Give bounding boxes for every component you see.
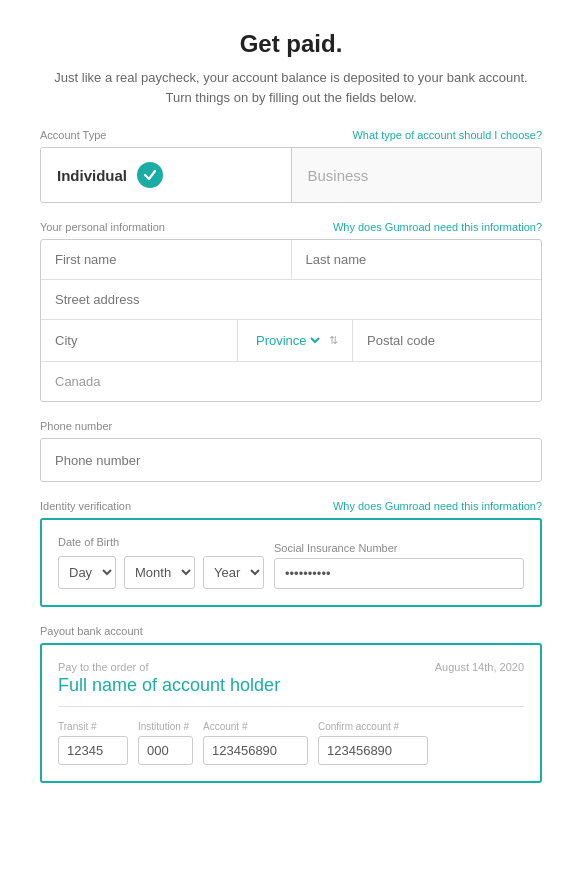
payout-header: Pay to the order of August 14th, 2020 — [58, 661, 524, 673]
identity-section: Identity verification Why does Gumroad n… — [40, 500, 542, 607]
business-label: Business — [308, 167, 369, 184]
province-select[interactable]: Province — [252, 332, 323, 349]
dob-fields: Day Month Year — [58, 556, 264, 589]
personal-info-link[interactable]: Why does Gumroad need this information? — [333, 221, 542, 233]
phone-input[interactable] — [55, 453, 527, 468]
institution-label: Institution # — [138, 721, 193, 732]
payout-section: Payout bank account Pay to the order of … — [40, 625, 542, 783]
dob-group: Date of Birth Day Month — [58, 536, 264, 589]
payout-order-label: Pay to the order of — [58, 661, 149, 673]
province-field: Province ⇅ — [237, 320, 352, 361]
payout-box: Pay to the order of August 14th, 2020 Fu… — [40, 643, 542, 783]
account-label: Account # — [203, 721, 308, 732]
individual-option[interactable]: Individual — [41, 148, 291, 202]
last-name-input[interactable] — [291, 240, 542, 279]
country-row — [41, 362, 541, 401]
business-option[interactable]: Business — [291, 148, 542, 202]
country-input[interactable] — [41, 362, 541, 401]
city-input[interactable] — [41, 320, 237, 361]
transit-label: Transit # — [58, 721, 128, 732]
account-type-label: Account Type — [40, 129, 106, 141]
year-select[interactable]: Year — [203, 556, 264, 589]
identity-fields: Date of Birth Day Month — [58, 536, 524, 589]
institution-input[interactable] — [138, 736, 193, 765]
identity-box: Date of Birth Day Month — [40, 518, 542, 607]
first-name-input[interactable] — [41, 240, 291, 279]
confirm-account-input[interactable] — [318, 736, 428, 765]
account-wrap: Account # — [203, 721, 308, 765]
transit-wrap: Transit # — [58, 721, 128, 765]
identity-label: Identity verification — [40, 500, 131, 512]
day-select[interactable]: Day — [58, 556, 116, 589]
province-arrow-icon: ⇅ — [329, 334, 338, 347]
personal-info-form: Province ⇅ — [40, 239, 542, 402]
phone-box — [40, 438, 542, 482]
sin-label: Social Insurance Number — [274, 542, 524, 554]
transit-input[interactable] — [58, 736, 128, 765]
account-type-link[interactable]: What type of account should I choose? — [352, 129, 542, 141]
institution-wrap: Institution # — [138, 721, 193, 765]
personal-info-label: Your personal information — [40, 221, 165, 233]
street-row — [41, 280, 541, 320]
dob-label: Date of Birth — [58, 536, 264, 548]
name-row — [41, 240, 541, 280]
check-icon — [137, 162, 163, 188]
payout-date: August 14th, 2020 — [435, 661, 524, 673]
confirm-account-wrap: Confirm account # — [318, 721, 428, 765]
payout-account-name: Full name of account holder — [58, 675, 524, 707]
month-select[interactable]: Month — [124, 556, 195, 589]
phone-section: Phone number — [40, 420, 542, 482]
sin-input[interactable] — [274, 558, 524, 589]
postal-input[interactable] — [352, 320, 549, 361]
day-wrap: Day — [58, 556, 116, 589]
account-input[interactable] — [203, 736, 308, 765]
month-wrap: Month — [124, 556, 195, 589]
individual-label: Individual — [57, 167, 127, 184]
city-province-row: Province ⇅ — [41, 320, 541, 362]
bank-fields-row: Transit # Institution # Account # Confir… — [58, 721, 524, 765]
page-subtitle: Just like a real paycheck, your account … — [40, 68, 542, 107]
sin-group: Social Insurance Number — [274, 542, 524, 589]
phone-label: Phone number — [40, 420, 112, 432]
account-type-toggle: Individual Business — [40, 147, 542, 203]
identity-link[interactable]: Why does Gumroad need this information? — [333, 500, 542, 512]
page-title: Get paid. — [40, 30, 542, 58]
year-wrap: Year — [203, 556, 264, 589]
payout-label: Payout bank account — [40, 625, 143, 637]
street-input[interactable] — [41, 280, 541, 319]
confirm-account-label: Confirm account # — [318, 721, 428, 732]
